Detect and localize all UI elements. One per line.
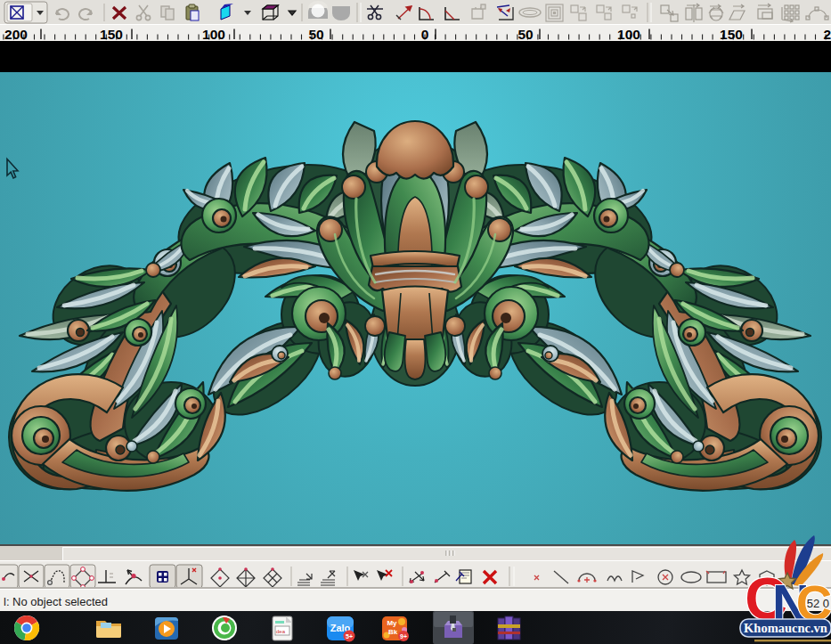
svg-text:0: 0 — [421, 27, 429, 42]
svg-text:20: 20 — [823, 27, 831, 42]
svg-text:Khomaucnc.vn: Khomaucnc.vn — [744, 621, 827, 635]
svg-text:My: My — [387, 619, 397, 627]
svg-text:150: 150 — [720, 27, 743, 42]
svg-text:200: 200 — [4, 27, 28, 42]
svg-text:5+: 5+ — [346, 633, 353, 640]
svg-text:9+: 9+ — [400, 633, 407, 640]
svg-text:50: 50 — [308, 27, 323, 42]
svg-text:100: 100 — [202, 27, 225, 42]
svg-text:150: 150 — [100, 27, 123, 42]
svg-text:Bk: Bk — [388, 628, 398, 636]
svg-text:50: 50 — [517, 27, 533, 42]
svg-text:dea: dea — [276, 629, 286, 634]
svg-text:100: 100 — [617, 27, 640, 42]
